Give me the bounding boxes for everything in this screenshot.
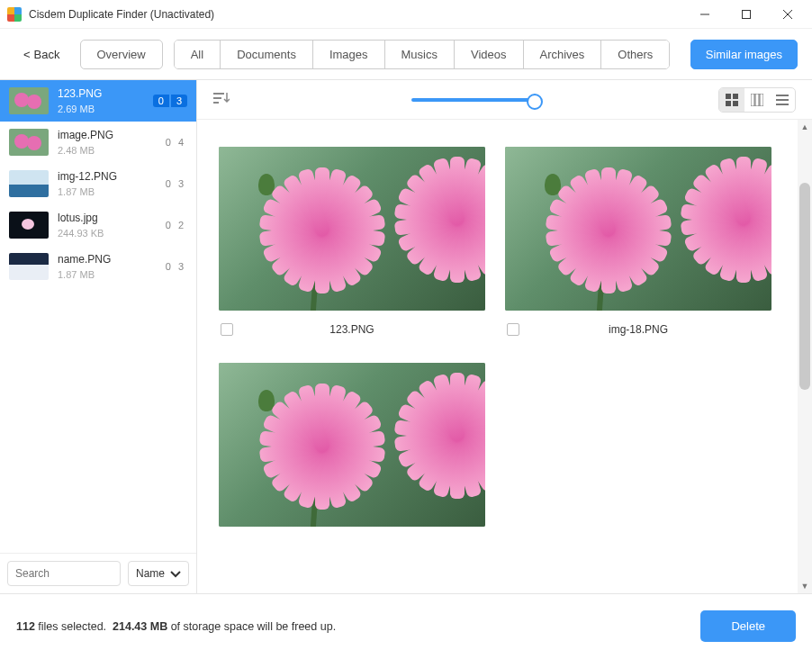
thumbnail (9, 170, 49, 197)
file-size: 244.93 KB (58, 228, 157, 239)
file-size: 1.87 MB (58, 269, 157, 280)
tab-archives[interactable]: Archives (524, 41, 602, 68)
preview-image (219, 363, 485, 527)
file-name: 123.PNG (58, 87, 144, 100)
statusbar: 112 files selected. 214.43 MB of storage… (0, 593, 812, 658)
svg-rect-1 (726, 94, 731, 99)
svg-rect-3 (726, 101, 731, 106)
titlebar: Cisdem Duplicate Finder (Unactivated) (0, 0, 812, 29)
window-controls (684, 0, 808, 29)
sidebar-item[interactable]: image.PNG 2.48 MB 0 4 (0, 122, 196, 163)
scrollbar[interactable]: ▲ ▼ (798, 120, 812, 593)
counts: 0 3 (166, 261, 187, 272)
file-label: img-18.PNG (609, 323, 668, 336)
thumbnail (9, 129, 49, 156)
file-name: name.PNG (58, 253, 157, 266)
sidebar-bottom: Name (0, 553, 196, 593)
thumbnail-size-slider[interactable] (411, 98, 537, 102)
sidebar: 123.PNG 2.69 MB 0 3 image.PNG 2.48 MB 0 … (0, 80, 197, 593)
file-name: image.PNG (58, 129, 157, 141)
file-label: 123.PNG (329, 323, 374, 336)
thumbnail (9, 87, 49, 114)
file-name: lotus.jpg (58, 212, 157, 224)
tab-all[interactable]: All (175, 41, 221, 68)
view-columns-icon[interactable] (744, 88, 770, 112)
sidebar-list: 123.PNG 2.69 MB 0 3 image.PNG 2.48 MB 0 … (0, 80, 196, 553)
preview-image (505, 147, 771, 311)
content: 123.PNG img-18.PNG (197, 80, 812, 593)
tab-musics[interactable]: Musics (385, 41, 455, 68)
preview-image (219, 147, 485, 311)
sidebar-item[interactable]: img-12.PNG 1.87 MB 0 3 (0, 163, 196, 204)
sidebar-item[interactable]: 123.PNG 2.69 MB 0 3 (0, 80, 196, 122)
search-input[interactable] (7, 561, 121, 586)
tab-videos[interactable]: Videos (455, 41, 524, 68)
minimize-button[interactable] (684, 0, 726, 29)
sidebar-item[interactable]: name.PNG 1.87 MB 0 3 (0, 246, 196, 287)
view-mode-toggle (718, 87, 796, 113)
svg-rect-4 (733, 101, 738, 106)
sort-icon[interactable] (213, 92, 230, 108)
delete-button[interactable]: Delete (700, 610, 796, 642)
category-tabs: All Documents Images Musics Videos Archi… (174, 40, 671, 69)
app-icon (7, 7, 22, 22)
checkbox[interactable] (507, 323, 519, 336)
sidebar-item[interactable]: lotus.jpg 244.93 KB 0 2 (0, 204, 196, 246)
scroll-down-icon[interactable]: ▼ (798, 579, 812, 593)
view-grid-icon[interactable] (719, 88, 744, 112)
counts: 0 3 (166, 178, 187, 189)
thumbnail (9, 212, 49, 239)
overview-button[interactable]: Overview (80, 40, 163, 69)
toolbar: < Back Overview All Documents Images Mus… (0, 29, 812, 79)
content-toolbar (197, 80, 812, 120)
chevron-down-icon (170, 568, 181, 579)
sort-select[interactable]: Name (128, 561, 189, 586)
grid: 123.PNG img-18.PNG (219, 147, 790, 554)
tile[interactable] (219, 363, 485, 554)
window-title: Cisdem Duplicate Finder (Unactivated) (29, 8, 684, 21)
counts: 0 2 (166, 220, 187, 230)
scroll-up-icon[interactable]: ▲ (798, 120, 812, 134)
file-size: 1.87 MB (58, 186, 157, 197)
grid-scroll[interactable]: 123.PNG img-18.PNG (197, 120, 812, 593)
svg-rect-6 (755, 94, 759, 106)
view-list-icon[interactable] (770, 88, 795, 112)
similar-images-button[interactable]: Similar images (690, 40, 798, 69)
back-button[interactable]: < Back (14, 42, 69, 67)
chevron-left-icon: < (23, 48, 31, 61)
file-size: 2.69 MB (58, 104, 144, 114)
thumbnail (9, 253, 49, 280)
tile[interactable]: img-18.PNG (505, 147, 771, 338)
tab-documents[interactable]: Documents (221, 41, 313, 68)
svg-rect-7 (760, 94, 763, 106)
counts: 0 3 (153, 95, 187, 107)
file-size: 2.48 MB (58, 145, 157, 156)
status-message: 112 files selected. 214.43 MB of storage… (16, 620, 336, 633)
svg-rect-0 (743, 10, 751, 18)
scroll-thumb[interactable] (799, 183, 810, 390)
main: 123.PNG 2.69 MB 0 3 image.PNG 2.48 MB 0 … (0, 79, 812, 593)
tab-others[interactable]: Others (601, 41, 669, 68)
counts: 0 4 (166, 137, 187, 148)
maximize-button[interactable] (726, 0, 767, 29)
svg-rect-2 (733, 94, 738, 99)
tile[interactable]: 123.PNG (219, 147, 485, 338)
close-button[interactable] (767, 0, 808, 29)
tab-images[interactable]: Images (313, 41, 385, 68)
file-name: img-12.PNG (58, 170, 157, 183)
checkbox[interactable] (221, 323, 233, 336)
svg-rect-5 (751, 94, 754, 106)
